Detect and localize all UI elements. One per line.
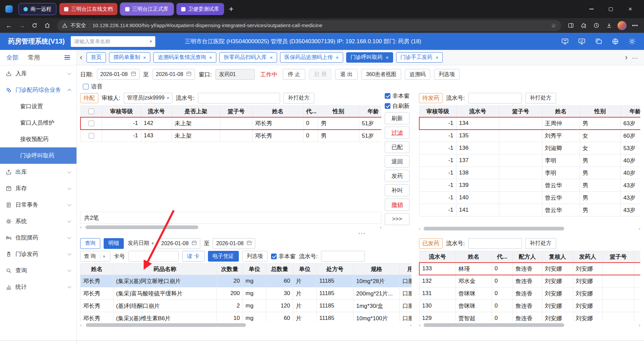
table-row[interactable]: 邓长秀(集采)富马酸喹硫平缓释片200mg30片11185200mg*21片..… — [80, 287, 412, 300]
address-bar[interactable]: 不安全 10.128.226.114:8000/his-yf/app/#/out… — [57, 20, 561, 31]
enable-button[interactable]: 启用 — [309, 69, 331, 80]
sidebar-item-outpatient-dispense[interactable]: 门诊发药 — [0, 246, 76, 262]
splitter-drag-handle[interactable] — [359, 233, 365, 234]
table-row[interactable]: -1135刘秀平女60岁 — [419, 130, 640, 142]
profile-avatar[interactable] — [618, 21, 627, 30]
menu-collapse-icon[interactable] — [64, 55, 70, 60]
e-certificate-button[interactable]: 电子凭证 — [208, 251, 239, 262]
other-window-checkbox[interactable] — [385, 93, 390, 99]
detail-other-window-checkbox[interactable] — [271, 254, 277, 259]
refresh-button[interactable]: 刷新 — [385, 112, 410, 124]
detail-date-to-input[interactable]: 2026-01-08 — [213, 238, 255, 249]
close-tab-icon[interactable]: × — [143, 55, 146, 60]
sidebar-tab-all[interactable]: 全部 — [6, 54, 18, 62]
table-row[interactable]: 132邓水金0詹连香刘安娜刘安娜 — [419, 275, 640, 287]
multi-window-icon[interactable] — [595, 38, 602, 45]
sidebar-item-inbound[interactable]: 入库 — [0, 65, 76, 82]
workspace-tab-trace-query[interactable]: 追溯码采集情况查询× — [153, 52, 216, 63]
close-button[interactable]: × — [621, 0, 640, 18]
scroll-thumb[interactable] — [86, 225, 198, 229]
scroll-right-icon[interactable]: › — [410, 323, 412, 327]
column-options-button[interactable]: 列选项 — [434, 69, 460, 80]
tab-scroll-right-icon[interactable]: › — [624, 54, 629, 61]
table-row[interactable]: -1138李明男40岁 — [419, 167, 640, 179]
browser-logo-icon[interactable] — [5, 5, 13, 13]
detail-date-from-input[interactable]: 2026-01-08 — [158, 238, 201, 249]
voice-checkbox[interactable] — [83, 84, 89, 89]
sidebar-item-stock[interactable]: 库存 — [0, 180, 76, 197]
waiting-serial-input[interactable] — [468, 93, 522, 104]
scroll-left-icon[interactable]: ‹ — [80, 323, 82, 327]
sidebar-item-receive-premix[interactable]: 接收预配药 — [0, 131, 76, 147]
home-button[interactable] — [42, 20, 53, 31]
exit-button[interactable]: 退出 — [335, 69, 358, 80]
sidebar-item-system[interactable]: 系统 — [0, 213, 76, 229]
globe-icon[interactable] — [611, 38, 619, 45]
close-tab-icon[interactable]: × — [336, 55, 339, 60]
detail-other-window-option[interactable]: 非本窗 — [271, 253, 296, 260]
reprint-prescription-button[interactable]: 补打处方 — [525, 238, 556, 249]
detail-tab-button[interactable]: 明细 — [104, 238, 124, 249]
filter-button[interactable]: 过滤 — [385, 127, 410, 139]
select-all-checkbox[interactable] — [89, 109, 94, 114]
sidebar-item-query[interactable]: 查询 — [0, 262, 76, 279]
trace-code-button[interactable]: 追溯码 — [405, 69, 430, 80]
history-clock-icon[interactable] — [591, 20, 602, 31]
scroll-right-icon[interactable]: › — [639, 226, 640, 231]
workspace-tab-remake[interactable]: 摆药单重制× — [109, 52, 151, 63]
workspace-tab-scan-inbound[interactable]: 拆零药品扫码入库× — [219, 52, 277, 63]
scroll-right-icon[interactable]: › — [380, 225, 381, 229]
date-to-input[interactable]: 2026-01-08 — [153, 69, 195, 80]
settings-gear-icon[interactable] — [628, 38, 636, 45]
browser-tab-test[interactable]: 卫健委测试库 — [176, 3, 224, 15]
row-checkbox[interactable] — [89, 133, 94, 139]
table-row[interactable]: -1142未上架邓长秀0男51岁 — [80, 117, 381, 130]
reprint-prescription-button[interactable]: 补打处方 — [283, 93, 314, 104]
split-screen-icon[interactable] — [565, 20, 577, 31]
workspace-tab-manual-dispense[interactable]: 门诊手工发药× — [396, 52, 443, 63]
date-from-input[interactable]: 2026-01-08 — [97, 69, 140, 80]
waiting-horizontal-scrollbar[interactable]: ‹ › — [419, 225, 640, 231]
browser-tab-production-active[interactable]: 三明台江正式库 — [120, 3, 173, 15]
pending-horizontal-scrollbar[interactable]: ‹ › — [80, 224, 381, 229]
close-tab-icon[interactable]: × — [386, 55, 389, 60]
table-row[interactable]: 133林瑾0詹连香刘安娜刘安娜 — [419, 263, 640, 275]
favorite-star-icon[interactable]: ☆ — [551, 22, 556, 29]
sidebar-item-window-staff[interactable]: 窗口人员维护 — [0, 115, 76, 131]
workspace-tab-home[interactable]: 首页 — [87, 52, 106, 63]
workspace-tab-trace-upload[interactable]: 医保药品追溯码上传× — [280, 52, 343, 63]
dispensed-horizontal-scrollbar[interactable]: ‹ › — [419, 322, 640, 327]
revoke-button[interactable]: 撤销 — [385, 199, 410, 211]
table-row[interactable]: 邓长秀(基)利培酮口崩片2mg120片111851mg*30/盒口服 — [80, 300, 412, 312]
close-tab-icon[interactable]: × — [209, 55, 212, 60]
detail-column-options-button[interactable]: 列选项 — [242, 251, 268, 262]
sidebar-item-call-medicine[interactable]: 门诊呼叫取药 — [0, 147, 76, 164]
sidebar-item-outbound[interactable]: 出库 — [0, 164, 76, 180]
table-row[interactable]: 邓长秀(集采)(基)阿立哌唑口崩片20mg60片1118510mg*28片口服 — [80, 275, 412, 287]
scroll-thumb[interactable] — [86, 323, 246, 327]
date-type-select[interactable]: 发药日期 ▾ — [127, 238, 155, 249]
browser-tab-docs[interactable]: 三明台江在线文档 — [59, 3, 117, 15]
browser-menu-icon[interactable] — [629, 20, 641, 31]
table-row[interactable]: -1139曾云华男43岁 — [419, 179, 640, 192]
tab-more-icon[interactable]: … — [632, 53, 638, 60]
sidebar-item-window-settings[interactable]: 窗口设置 — [0, 98, 76, 115]
sidebar-item-outpatient-dispensing[interactable]: 门诊配药综合业务 — [0, 82, 76, 98]
pending-serial-input[interactable] — [198, 93, 280, 104]
stop-button[interactable]: 停止 — [283, 69, 305, 80]
sidebar-item-statistics[interactable]: 统计 — [0, 279, 76, 295]
read-card-button[interactable]: 读卡 — [182, 251, 205, 262]
dispensed-serial-input[interactable] — [468, 238, 522, 249]
window-value-input[interactable]: 发药01 — [215, 69, 255, 80]
sidebar-item-daily-tasks[interactable]: 日常事务 — [0, 197, 76, 213]
menu-search-box[interactable]: ▾ — [71, 36, 155, 47]
table-row[interactable]: -1143未上架邓长秀0男51岁 — [80, 130, 381, 142]
scroll-left-icon[interactable]: ‹ — [419, 323, 420, 327]
return-button[interactable]: 退回 — [385, 155, 410, 167]
more-actions-button[interactable]: >>> — [385, 213, 410, 225]
query-split-button[interactable]: 查询 ▾ — [80, 251, 110, 262]
menu-search-input[interactable] — [74, 39, 148, 45]
table-row[interactable]: -1136刘淑卿女53岁 — [419, 142, 640, 154]
table-row[interactable]: 129贾智超0詹连香刘安娜刘安娜 — [419, 312, 640, 322]
patient-360-view-button[interactable]: 360患者视图 — [361, 69, 401, 80]
